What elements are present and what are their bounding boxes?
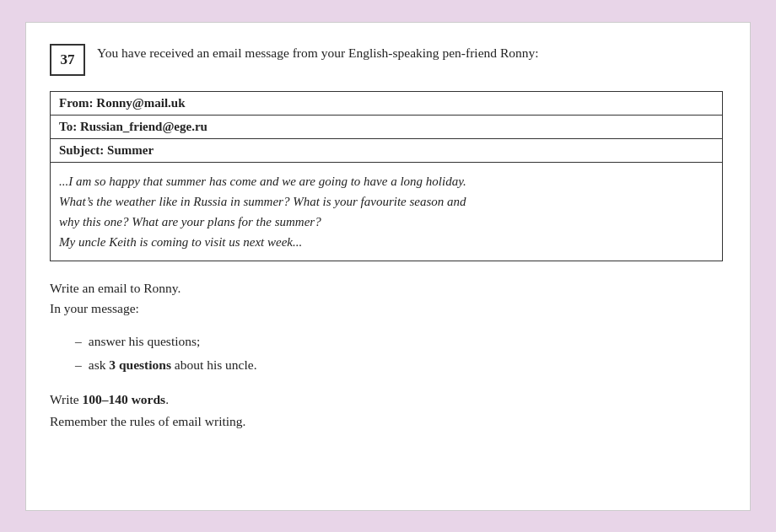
email-subject-row: Subject: Summer: [51, 138, 723, 162]
task-number: 37: [50, 44, 85, 76]
word-count-suffix: .: [165, 392, 169, 406]
email-body-cell: ...I am so happy that summer has come an…: [51, 162, 723, 261]
from-value: Ronny@mail.uk: [96, 96, 185, 110]
email-subject-cell: Subject: Summer: [51, 138, 723, 162]
bullet-text-1: answer his questions;: [89, 331, 201, 352]
email-from-cell: From: Ronny@mail.uk: [51, 91, 723, 115]
task-intro: You have received an email message from …: [97, 43, 539, 63]
email-table: From: Ronny@mail.uk To: Russian_friend@e…: [50, 91, 723, 261]
dash-2: –: [75, 355, 82, 375]
email-to-cell: To: Russian_friend@ege.ru: [51, 115, 723, 138]
remember-line: Remember the rules of email writing.: [50, 411, 723, 433]
bullet-bold-2: 3 questions: [109, 357, 171, 372]
final-note: Write 100–140 words. Remember the rules …: [50, 389, 723, 433]
from-label: From:: [59, 96, 94, 110]
write-instruction: Write an email to Ronny. In your message…: [50, 278, 723, 320]
word-count-bold: 100–140 words: [83, 392, 166, 406]
bullet-text-2: ask 3 questions about his uncle.: [89, 355, 257, 375]
email-body-row: ...I am so happy that summer has come an…: [51, 162, 723, 261]
bullet-item-2: – ask 3 questions about his uncle.: [75, 355, 723, 375]
bullet-prefix-2: ask: [89, 357, 110, 372]
email-body-line1: ...I am so happy that summer has come an…: [59, 171, 714, 191]
write-line: Write an email to Ronny.: [50, 278, 723, 299]
bullet-item-1: – answer his questions;: [75, 331, 723, 352]
bullet-suffix-2: about his uncle.: [171, 357, 257, 372]
dash-1: –: [75, 331, 82, 352]
subject-value: Summer: [107, 143, 154, 157]
subject-label: Subject:: [59, 143, 104, 157]
task-card: 37 You have received an email message fr…: [25, 22, 751, 511]
bullet-list: – answer his questions; – ask 3 question…: [75, 331, 723, 375]
email-body-line4: My uncle Keith is coming to visit us nex…: [59, 232, 714, 252]
in-your-message: In your message:: [50, 298, 723, 320]
email-from-row: From: Ronny@mail.uk: [51, 91, 723, 115]
email-to-row: To: Russian_friend@ege.ru: [51, 115, 723, 138]
task-header: 37 You have received an email message fr…: [50, 43, 723, 76]
word-count-line: Write 100–140 words.: [50, 389, 723, 411]
to-label: To:: [59, 120, 77, 133]
email-body-line2: What’s the weather like in Russia in sum…: [59, 191, 714, 212]
word-count-prefix: Write: [50, 392, 83, 406]
to-value: Russian_friend@ege.ru: [80, 120, 207, 133]
email-body-line3: why this one? What are your plans for th…: [59, 212, 714, 232]
